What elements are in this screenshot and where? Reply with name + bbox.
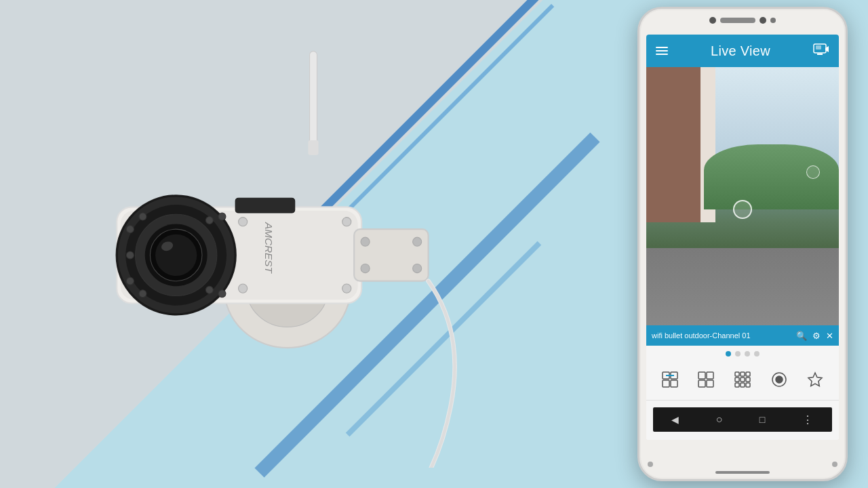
phone-mockup: Live View bbox=[637, 7, 848, 481]
phone-dot-bottom-right bbox=[832, 462, 837, 467]
ptz-small-indicator bbox=[806, 165, 820, 179]
svg-point-11 bbox=[155, 235, 197, 276]
phone-body: Live View bbox=[637, 7, 848, 481]
grid-controls bbox=[646, 359, 839, 400]
svg-point-17 bbox=[139, 290, 146, 298]
multi-view-button[interactable] bbox=[729, 366, 756, 393]
svg-rect-0 bbox=[310, 52, 317, 148]
svg-rect-47 bbox=[735, 378, 739, 382]
menu-button[interactable] bbox=[656, 47, 668, 55]
channel-icons: 🔍 ⚙ ✕ bbox=[796, 331, 833, 341]
svg-point-31 bbox=[413, 237, 422, 246]
svg-rect-46 bbox=[746, 372, 750, 376]
svg-marker-55 bbox=[808, 373, 822, 386]
svg-text:AMCREST: AMCREST bbox=[263, 222, 275, 274]
pagination-dots bbox=[646, 346, 839, 359]
svg-point-54 bbox=[776, 376, 783, 383]
svg-rect-39 bbox=[671, 380, 677, 387]
svg-point-23 bbox=[239, 284, 248, 293]
svg-rect-1 bbox=[308, 140, 318, 155]
svg-rect-34 bbox=[816, 45, 821, 49]
svg-rect-38 bbox=[663, 380, 669, 387]
phone-speaker bbox=[720, 18, 755, 23]
app-screen: Live View bbox=[646, 35, 839, 440]
svg-rect-43 bbox=[707, 380, 713, 387]
svg-point-25 bbox=[342, 284, 351, 293]
svg-point-16 bbox=[139, 213, 146, 220]
svg-rect-51 bbox=[741, 383, 745, 387]
svg-rect-52 bbox=[746, 383, 750, 387]
camera-view bbox=[646, 67, 839, 325]
android-nav: ◀ ○ □ ⋮ bbox=[653, 407, 832, 432]
svg-rect-41 bbox=[707, 372, 713, 379]
svg-point-32 bbox=[413, 264, 422, 273]
svg-point-15 bbox=[126, 277, 134, 285]
ptz-center-indicator bbox=[733, 200, 752, 219]
quad-view-button[interactable] bbox=[692, 366, 719, 393]
channel-label: wifi bullet outdoor-Channel 01 bbox=[652, 331, 796, 340]
svg-point-19 bbox=[218, 213, 226, 220]
home-button[interactable]: ○ bbox=[716, 413, 723, 426]
video-feed bbox=[646, 67, 839, 325]
dot-3[interactable] bbox=[745, 351, 750, 357]
back-button[interactable]: ◀ bbox=[671, 414, 679, 425]
camera-monitor-button[interactable] bbox=[813, 43, 829, 59]
svg-rect-27 bbox=[235, 198, 295, 213]
svg-rect-49 bbox=[746, 378, 750, 382]
more-options-button[interactable]: ⋮ bbox=[802, 413, 814, 426]
menu-line-2 bbox=[656, 50, 668, 52]
record-button[interactable] bbox=[766, 366, 793, 393]
recent-apps-button[interactable]: □ bbox=[760, 414, 765, 425]
phone-dot-bottom-left bbox=[648, 462, 653, 467]
dot-4[interactable] bbox=[754, 351, 760, 357]
road bbox=[646, 248, 839, 325]
dot-2[interactable] bbox=[735, 351, 741, 357]
svg-point-14 bbox=[126, 251, 134, 259]
svg-point-21 bbox=[205, 286, 213, 293]
channel-settings-icon[interactable]: ⚙ bbox=[812, 331, 821, 341]
svg-point-20 bbox=[218, 290, 226, 298]
svg-point-18 bbox=[205, 217, 213, 224]
app-header: Live View bbox=[646, 35, 839, 67]
svg-rect-35 bbox=[817, 54, 823, 55]
header-title: Live View bbox=[711, 43, 770, 59]
svg-point-24 bbox=[342, 218, 351, 226]
svg-point-29 bbox=[361, 237, 370, 246]
phone-top-bar bbox=[709, 17, 776, 24]
svg-rect-48 bbox=[741, 378, 745, 382]
phone-dot-left bbox=[709, 17, 716, 24]
channel-search-icon[interactable]: 🔍 bbox=[796, 331, 807, 341]
channel-close-icon[interactable]: ✕ bbox=[826, 331, 833, 341]
trees-area bbox=[704, 144, 839, 209]
pillar bbox=[701, 67, 716, 235]
svg-point-13 bbox=[126, 226, 134, 233]
svg-rect-40 bbox=[698, 372, 705, 379]
svg-point-30 bbox=[361, 264, 370, 273]
menu-line-3 bbox=[656, 54, 668, 55]
brick-wall bbox=[646, 67, 704, 248]
dot-1[interactable] bbox=[726, 351, 731, 357]
favorite-button[interactable] bbox=[802, 366, 829, 393]
single-view-button[interactable] bbox=[656, 366, 684, 393]
svg-rect-42 bbox=[698, 380, 705, 387]
svg-rect-45 bbox=[741, 372, 745, 376]
phone-home-indicator bbox=[715, 471, 770, 474]
svg-point-22 bbox=[239, 218, 248, 226]
svg-rect-50 bbox=[735, 383, 739, 387]
svg-rect-44 bbox=[735, 372, 739, 376]
phone-dot-right bbox=[770, 18, 776, 23]
camera-area: AMCREST bbox=[20, 20, 495, 468]
menu-line-1 bbox=[656, 47, 668, 48]
phone-dot-center bbox=[760, 17, 766, 24]
channel-bar: wifi bullet outdoor-Channel 01 🔍 ⚙ ✕ bbox=[646, 325, 839, 346]
